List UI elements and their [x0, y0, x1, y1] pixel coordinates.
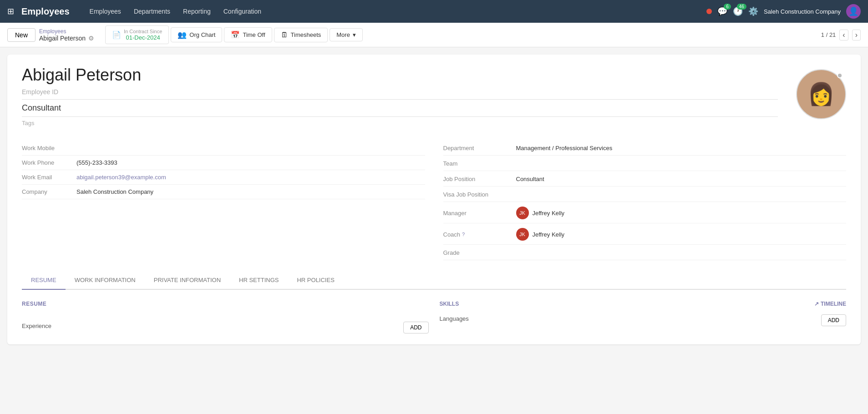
record-settings-icon[interactable]: ⚙	[88, 35, 94, 42]
nav-reporting[interactable]: Reporting	[178, 5, 216, 18]
experience-add-button[interactable]: ADD	[403, 322, 428, 333]
breadcrumb: Employees Abigail Peterson ⚙	[39, 28, 94, 42]
breadcrumb-parent[interactable]: Employees	[39, 28, 94, 35]
org-chart-button[interactable]: 👥 Org Chart	[171, 27, 222, 42]
activity-notification[interactable]: 🕐 46	[733, 6, 743, 16]
org-chart-icon: 👥	[178, 30, 187, 39]
tab-hr-settings[interactable]: HR SETTINGS	[230, 271, 288, 290]
team-field: Team	[443, 157, 847, 171]
contract-button[interactable]: 📄 In Contract Since 01-Dec-2024	[105, 25, 169, 44]
work-mobile-field: Work Mobile	[22, 141, 425, 156]
tab-resume[interactable]: RESUME	[22, 271, 66, 290]
skills-section: SKILLS ↗ TIMELINE Languages ADD	[440, 301, 847, 333]
timeline-button[interactable]: ↗ TIMELINE	[814, 301, 846, 307]
manager-name: Jeffrey Kelly	[533, 210, 565, 217]
main-content: Abigail Peterson Employee ID Consultant …	[7, 55, 861, 344]
skills-add-button[interactable]: ADD	[821, 314, 846, 326]
company-value[interactable]: Saleh Construction Company	[76, 188, 425, 195]
skills-title: SKILLS	[440, 301, 459, 307]
resume-section: RESUME Experience ADD	[22, 301, 429, 333]
time-off-button[interactable]: 📅 Time Off	[224, 27, 272, 42]
job-position-value[interactable]: Consultant	[516, 176, 847, 182]
time-off-label: Time Off	[243, 31, 265, 38]
grade-label: Grade	[443, 249, 516, 256]
photo-container: 👩	[796, 69, 846, 119]
manager-label: Manager	[443, 210, 516, 217]
employee-name: Abigail Peterson	[22, 66, 796, 85]
work-email-field: Work Email abigail.peterson39@example.co…	[22, 170, 425, 185]
pagination-text: 1 / 21	[821, 31, 836, 38]
work-email-label: Work Email	[22, 174, 76, 181]
new-button[interactable]: New	[7, 28, 36, 42]
job-position-label: Job Position	[443, 176, 516, 182]
visa-job-position-label: Visa Job Position	[443, 191, 516, 198]
timesheets-button[interactable]: 🗓 Timesheets	[274, 28, 328, 42]
job-position-field: Job Position Consultant	[443, 172, 847, 187]
resume-section-title: RESUME	[22, 301, 46, 307]
company-label: Company	[22, 188, 76, 195]
coach-value[interactable]: JK Jeffrey Kelly	[516, 228, 847, 241]
employee-form-grid: Work Mobile Work Phone (555)-233-3393 Wo…	[22, 141, 846, 260]
work-phone-field: Work Phone (555)-233-3393	[22, 156, 425, 170]
activity-badge: 46	[737, 4, 746, 10]
prev-record-button[interactable]: ‹	[839, 30, 848, 40]
app-brand: Employees	[21, 6, 70, 17]
coach-name: Jeffrey Kelly	[533, 231, 565, 238]
languages-label: Languages	[440, 315, 469, 322]
action-buttons: 📄 In Contract Since 01-Dec-2024 👥 Org Ch…	[105, 25, 363, 44]
org-chart-label: Org Chart	[189, 31, 215, 38]
department-label: Department	[443, 145, 516, 151]
tab-private-information[interactable]: PRIVATE INFORMATION	[145, 271, 230, 290]
action-bar: New Employees Abigail Peterson ⚙ 📄 In Co…	[0, 23, 868, 47]
pagination: 1 / 21 ‹ ›	[821, 30, 861, 40]
team-label: Team	[443, 160, 516, 167]
contract-label: In Contract Since	[124, 29, 162, 34]
user-avatar[interactable]: 👤	[846, 4, 861, 19]
department-field: Department Management / Professional Ser…	[443, 141, 847, 156]
navbar-menu: Employees Departments Reporting Configur…	[84, 5, 703, 18]
more-button[interactable]: More ▾	[330, 28, 363, 41]
experience-label: Experience	[22, 323, 51, 329]
coach-avatar: JK	[516, 228, 529, 241]
tab-hr-policies[interactable]: HR POLICIES	[288, 271, 343, 290]
left-form: Work Mobile Work Phone (555)-233-3393 Wo…	[22, 141, 425, 260]
more-label: More	[336, 31, 350, 38]
red-dot-indicator	[706, 9, 712, 14]
nav-departments[interactable]: Departments	[128, 5, 176, 18]
work-email-value[interactable]: abigail.peterson39@example.com	[76, 174, 425, 181]
timesheets-icon: 🗓	[281, 31, 288, 39]
right-form: Department Management / Professional Ser…	[443, 141, 847, 260]
manager-avatar: JK	[516, 207, 529, 219]
manager-value[interactable]: JK Jeffrey Kelly	[516, 207, 847, 219]
breadcrumb-current: Abigail Peterson	[39, 35, 86, 42]
chat-badge: 6	[724, 4, 731, 10]
manager-field: Manager JK Jeffrey Kelly	[443, 203, 847, 223]
timeline-arrow-icon: ↗	[814, 301, 819, 307]
grid-icon[interactable]: ⊞	[7, 6, 14, 16]
employee-header: Abigail Peterson Employee ID Consultant …	[22, 66, 846, 134]
employee-info: Abigail Peterson Employee ID Consultant …	[22, 66, 796, 134]
settings-icon[interactable]: ⚙️	[748, 6, 758, 16]
tab-work-information[interactable]: WORK INFORMATION	[66, 271, 145, 290]
timesheets-label: Timesheets	[291, 31, 321, 38]
more-chevron-icon: ▾	[353, 31, 356, 38]
timeline-label: TIMELINE	[821, 301, 846, 307]
time-off-icon: 📅	[231, 30, 240, 39]
work-phone-label: Work Phone	[22, 159, 76, 166]
coach-field: Coach ? JK Jeffrey Kelly	[443, 224, 847, 245]
employee-id-field[interactable]: Employee ID	[22, 88, 778, 100]
chat-notification[interactable]: 💬 6	[717, 6, 727, 16]
photo-edit-dot	[837, 73, 843, 78]
coach-help-icon[interactable]: ?	[462, 232, 465, 237]
department-value[interactable]: Management / Professional Services	[516, 145, 847, 151]
work-mobile-label: Work Mobile	[22, 145, 76, 151]
languages-row: Languages ADD	[440, 314, 847, 326]
next-record-button[interactable]: ›	[852, 30, 861, 40]
employee-tags[interactable]: Tags	[22, 120, 796, 126]
tab-content: RESUME Experience ADD SKILLS ↗ TIMELINE …	[22, 301, 846, 333]
contract-icon: 📄	[112, 30, 121, 39]
nav-configuration[interactable]: Configuration	[218, 5, 267, 18]
contract-date: 01-Dec-2024	[126, 34, 160, 41]
nav-employees[interactable]: Employees	[84, 5, 127, 18]
work-phone-value[interactable]: (555)-233-3393	[76, 159, 425, 166]
